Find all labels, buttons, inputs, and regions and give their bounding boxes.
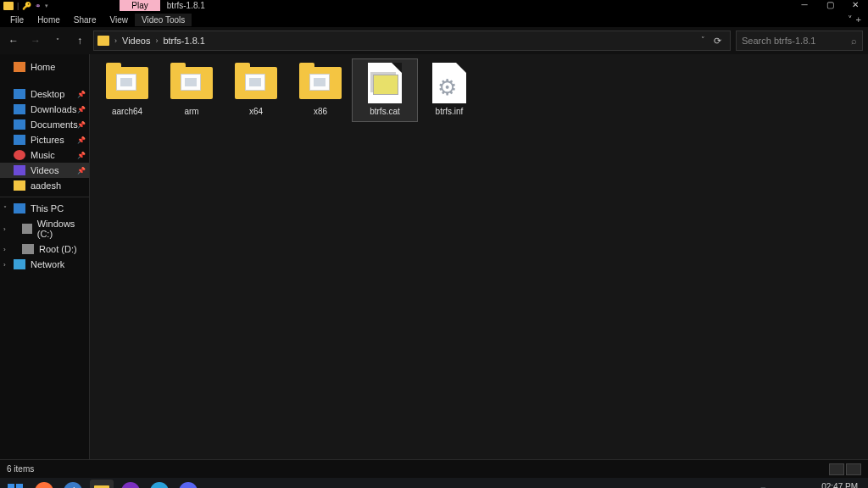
search-placeholder: Search btrfs-1.8.1 (742, 36, 815, 46)
sidebar-label: This PC (31, 203, 64, 214)
taskbar: qb ➤ ● ⋮⋮ 🔊 🗲 ENG 02:47 PM 06-11-2022 (0, 478, 868, 488)
videos-icon (14, 165, 25, 175)
file-item[interactable]: btrfs.cat (353, 59, 417, 121)
file-list[interactable]: aarch64armx64x86btrfs.catbtrfs.inf (90, 54, 868, 459)
file-label: btrfs.cat (370, 107, 400, 116)
sidebar: Home Desktop📌 Downloads📌 Documents📌 Pict… (0, 54, 90, 459)
disk-icon (22, 224, 32, 234)
link-icon: ⚭ (35, 2, 42, 10)
up-button[interactable]: ↑ (71, 35, 88, 47)
file-item[interactable]: x86 (288, 59, 353, 121)
taskbar-firefox[interactable] (32, 480, 56, 488)
file-item[interactable]: x64 (224, 59, 288, 121)
menu-file[interactable]: File (3, 14, 31, 26)
sidebar-item-windows-c[interactable]: ›Windows (C:) (0, 216, 89, 241)
sidebar-label: Downloads (31, 104, 76, 114)
chevron-right-icon[interactable]: › (114, 36, 117, 45)
sidebar-item-this-pc[interactable]: ˅This PC (0, 201, 89, 216)
clock[interactable]: 02:47 PM 06-11-2022 (815, 482, 858, 488)
taskbar-telegram[interactable]: ➤ (147, 480, 171, 488)
search-input[interactable]: Search btrfs-1.8.1 ⌕ (736, 30, 863, 51)
pin-icon: 📌 (77, 106, 86, 114)
network-icon (14, 259, 25, 269)
chevron-right-icon[interactable]: › (3, 225, 6, 233)
taskbar-app-purple[interactable] (119, 480, 142, 488)
sidebar-item-music[interactable]: Music📌 (0, 147, 89, 163)
sidebar-label: Videos (31, 165, 58, 175)
sidebar-item-root-d[interactable]: ›Root (D:) (0, 241, 89, 257)
breadcrumb-videos[interactable]: Videos (122, 36, 150, 46)
sidebar-label: Windows (C:) (37, 219, 84, 239)
sidebar-item-home[interactable]: Home (0, 59, 89, 75)
chevron-right-icon[interactable]: › (155, 36, 158, 45)
minimize-button[interactable]: ─ (792, 0, 817, 9)
discord-icon (179, 482, 198, 488)
chevron-right-icon[interactable]: › (3, 261, 6, 269)
menu-home[interactable]: Home (31, 14, 67, 26)
sidebar-item-network[interactable]: ›Network (0, 257, 89, 272)
recent-dropdown-icon[interactable]: ˅ (49, 37, 66, 45)
pc-icon (14, 203, 25, 214)
pictures-icon (14, 135, 25, 145)
catalog-file-icon (362, 64, 408, 102)
sidebar-label: Pictures (31, 135, 64, 145)
pin-icon: 📌 (77, 136, 86, 144)
sidebar-item-downloads[interactable]: Downloads📌 (0, 102, 89, 117)
taskbar-qbittorrent[interactable]: qb (61, 480, 85, 488)
divider-icon: | (17, 2, 19, 10)
sidebar-item-pictures[interactable]: Pictures📌 (0, 132, 89, 147)
sidebar-label: Desktop (31, 89, 64, 99)
play-tab[interactable]: Play (120, 0, 159, 11)
folder-icon (298, 64, 343, 102)
firefox-icon (35, 482, 53, 488)
ribbon-expand-icon[interactable]: ˅ (848, 14, 853, 25)
taskbar-discord[interactable] (176, 480, 200, 488)
ribbon-add-icon[interactable]: + (856, 14, 861, 25)
desktop-icon (14, 89, 25, 99)
pin-icon: 📌 (77, 91, 86, 98)
sidebar-item-videos[interactable]: Videos📌 (0, 163, 89, 178)
system-tray[interactable]: ● ⋮⋮ 🔊 🗲 ENG 02:47 PM 06-11-2022 (721, 482, 865, 488)
window-title: btrfs-1.8.1 (160, 0, 212, 11)
forward-button[interactable]: → (27, 35, 44, 47)
telegram-icon: ➤ (150, 482, 169, 488)
sidebar-label: Root (D:) (39, 244, 77, 254)
file-item[interactable]: arm (159, 59, 224, 121)
qat-dropdown-icon[interactable]: ▾ (45, 3, 48, 9)
refresh-button[interactable]: ⟳ (714, 36, 721, 47)
chevron-down-icon[interactable]: ˅ (3, 205, 7, 213)
file-label: aarch64 (112, 107, 142, 116)
sidebar-label: Network (31, 259, 64, 269)
file-item[interactable]: aarch64 (95, 59, 159, 121)
menu-view[interactable]: View (103, 14, 136, 26)
breadcrumb-current[interactable]: btrfs-1.8.1 (163, 36, 205, 46)
app-icon (121, 482, 140, 488)
inf-file-icon (426, 64, 472, 102)
address-dropdown-icon[interactable]: ˅ (701, 36, 705, 47)
pin-icon: 📌 (77, 167, 86, 175)
status-bar: 6 items (0, 459, 868, 478)
sidebar-label: Music (31, 150, 55, 160)
menu-bar: File Home Share View Video Tools ˅ + (0, 12, 868, 27)
close-button[interactable]: ✕ (843, 0, 868, 9)
tiles-view-button[interactable] (846, 463, 861, 475)
file-item[interactable]: btrfs.inf (417, 59, 481, 121)
pin-icon: 📌 (77, 121, 86, 129)
chevron-right-icon[interactable]: › (3, 246, 6, 253)
file-label: btrfs.inf (436, 107, 464, 116)
address-bar[interactable]: › Videos › btrfs-1.8.1 ˅ ⟳ (93, 30, 731, 51)
sidebar-item-documents[interactable]: Documents📌 (0, 117, 89, 132)
sidebar-item-aadesh[interactable]: aadesh (0, 178, 89, 193)
taskbar-file-explorer[interactable] (90, 480, 114, 488)
menu-video-tools[interactable]: Video Tools (135, 14, 192, 26)
sidebar-label: aadesh (31, 180, 61, 191)
search-icon: ⌕ (851, 36, 857, 46)
file-label: x86 (314, 107, 327, 116)
details-view-button[interactable] (829, 463, 844, 475)
maximize-button[interactable]: ▢ (817, 0, 843, 9)
back-button[interactable]: ← (5, 35, 22, 47)
start-button[interactable] (3, 480, 27, 488)
file-label: arm (184, 107, 198, 116)
sidebar-item-desktop[interactable]: Desktop📌 (0, 86, 89, 102)
menu-share[interactable]: Share (67, 14, 103, 26)
